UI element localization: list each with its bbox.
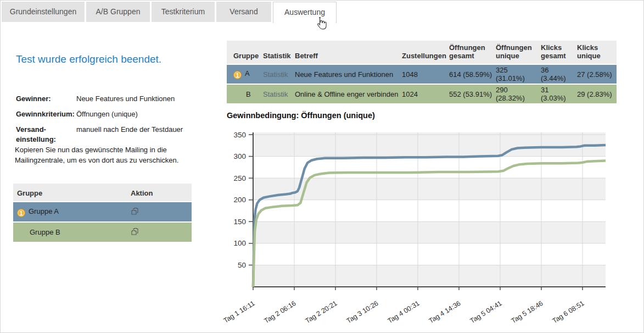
col-header-zustellungen: Zustellungen: [402, 41, 449, 64]
svg-text:Tag 5 04:41: Tag 5 04:41: [469, 299, 503, 325]
summary-label: Versand- einstellung:: [16, 125, 76, 145]
line-chart: 50100150200250300350Tag 1 16:11Tag 2 06:…: [220, 127, 643, 330]
col-header-klicks-unique: Klicks unique: [577, 41, 617, 64]
winner-badge-icon: 1: [17, 209, 25, 217]
results-row-a: 1A Statistik Neue Features und Funktione…: [227, 65, 617, 84]
zustellungen-cell: 1024: [402, 85, 449, 103]
table-row-gruppe-a: 1Gruppe A: [13, 202, 192, 221]
oeffnungen-unique-cell: 325 (31.01%): [496, 65, 541, 84]
svg-text:Tag 5 18:46: Tag 5 18:46: [510, 299, 545, 325]
svg-text:200: 200: [233, 196, 246, 204]
summary-value: Öffnungen (unique): [76, 109, 197, 119]
oeffnungen-unique-cell: 290 (28.32%): [496, 85, 541, 103]
group-letter: A: [245, 69, 250, 77]
summary-row-gewinnkriterium: Gewinnkriterium: Öffnungen (unique): [16, 109, 197, 119]
svg-text:Tag 6 08:51: Tag 6 08:51: [551, 299, 586, 325]
hand-cursor-icon: [313, 16, 328, 32]
group-table-header-aktion: Aktion: [131, 184, 192, 201]
results-header-row: Gruppe Statistik Betreff Zustellungen Öf…: [227, 41, 617, 64]
summary-value: Neue Features und Funktionen: [76, 94, 197, 104]
klicks-unique-cell: 27 (2.58%): [577, 65, 617, 84]
svg-text:50: 50: [238, 261, 246, 269]
status-heading: Test wurde erfolgreich beendet.: [16, 53, 161, 65]
svg-text:Tag 1 16:11: Tag 1 16:11: [222, 299, 256, 325]
results-table: Gruppe Statistik Betreff Zustellungen Öf…: [227, 40, 617, 104]
svg-text:250: 250: [233, 174, 246, 182]
col-header-oeffnungen-unique: Öffnungen unique: [496, 41, 541, 64]
summary-value: manuell nach Ende der Testdauer: [76, 125, 197, 145]
oeffnungen-gesamt-cell: 552 (53.91%): [449, 85, 496, 103]
statistik-link[interactable]: Statistik: [263, 70, 288, 79]
col-header-oeffnungen-gesamt: Öffnungen gesamt: [449, 41, 496, 64]
svg-text:150: 150: [233, 218, 246, 226]
table-row-gruppe-b: Gruppe B: [13, 223, 192, 242]
tab-testkriterium[interactable]: Testkriterium: [152, 2, 215, 22]
tab-ab-gruppen[interactable]: A/B Gruppen: [86, 2, 150, 22]
winner-badge-icon: 1: [233, 71, 242, 79]
group-letter: B: [246, 90, 251, 98]
summary-label: Gewinner:: [16, 94, 76, 104]
klicks-gesamt-cell: 36 (3.44%): [541, 65, 577, 84]
svg-text:Tag 2 06:16: Tag 2 06:16: [263, 299, 298, 325]
svg-text:Tag 4 00:31: Tag 4 00:31: [387, 299, 421, 325]
klicks-unique-cell: 29 (2.83%): [577, 85, 617, 103]
col-header-gruppe: Gruppe: [227, 41, 263, 64]
group-table-header-gruppe: Gruppe: [13, 184, 131, 201]
group-name: Gruppe B: [30, 228, 60, 236]
col-header-klicks-gesamt: Klicks gesamt: [541, 41, 577, 64]
ab-test-evaluation-window: GrundeinstellungenA/B GruppenTestkriteri…: [0, 0, 644, 333]
svg-text:Tag 3 10:26: Tag 3 10:26: [345, 299, 380, 325]
summary-block: Gewinner: Neue Features und Funktionen G…: [16, 94, 197, 150]
group-name: Gruppe A: [29, 207, 59, 215]
svg-text:300: 300: [233, 152, 246, 160]
col-header-betreff: Betreff: [295, 41, 402, 64]
summary-row-gewinner: Gewinner: Neue Features und Funktionen: [16, 94, 197, 104]
zustellungen-cell: 1048: [402, 65, 449, 84]
copy-mailing-icon[interactable]: [131, 207, 139, 215]
betreff-cell: Neue Features und Funktionen: [295, 65, 402, 84]
oeffnungen-gesamt-cell: 614 (58.59%): [449, 65, 496, 84]
tab-versand[interactable]: Versand: [216, 2, 271, 22]
summary-label: Gewinnkriterium:: [16, 109, 76, 119]
chart-title: Gewinnbedingung: Öffnungen (unique): [227, 111, 375, 120]
svg-text:Tag 2 20:21: Tag 2 20:21: [304, 299, 339, 325]
tab-bar: GrundeinstellungenA/B GruppenTestkriteri…: [2, 2, 338, 22]
chart-canvas: 50100150200250300350Tag 1 16:11Tag 2 06:…: [220, 127, 643, 330]
group-action-table: Gruppe Aktion 1Gruppe A Gruppe B: [13, 182, 192, 243]
results-row-b: B Statistik Online & Offline enger verbi…: [227, 85, 617, 103]
betreff-cell: Online & Offline enger verbinden: [295, 85, 402, 103]
svg-text:100: 100: [233, 239, 246, 247]
col-header-statistik: Statistik: [263, 41, 295, 64]
tab-grundeinstellungen[interactable]: Grundeinstellungen: [2, 2, 85, 22]
summary-row-versandeinstellung: Versand- einstellung: manuell nach Ende …: [16, 125, 197, 145]
svg-text:Tag 4 14:36: Tag 4 14:36: [428, 299, 462, 325]
klicks-gesamt-cell: 31 (3.03%): [541, 85, 577, 103]
svg-text:350: 350: [233, 131, 246, 139]
statistik-link[interactable]: Statistik: [263, 90, 288, 98]
copy-mailing-icon[interactable]: [131, 227, 139, 236]
instruction-note: Kopieren Sie nun das gewünschte Mailing …: [15, 145, 196, 165]
